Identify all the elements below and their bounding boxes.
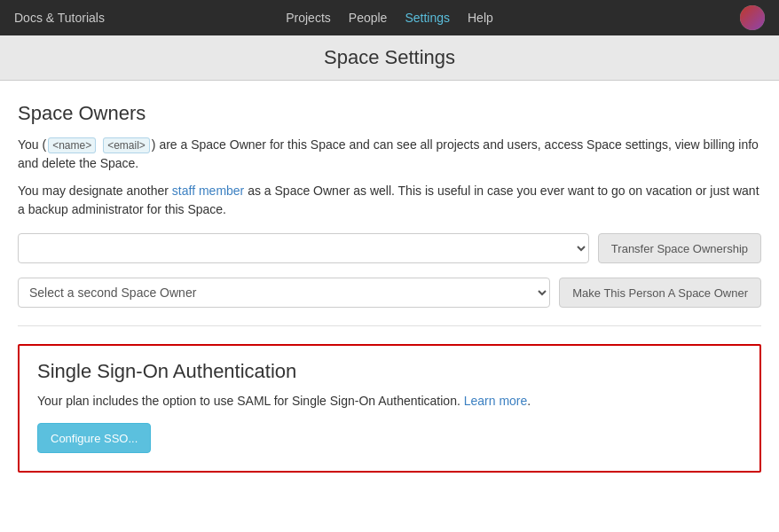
page-title: Space Settings [0, 46, 779, 69]
nav-brand: Docs & Tutorials [14, 11, 105, 25]
section-divider [18, 325, 761, 326]
second-owner-dropdown[interactable]: Select a second Space Owner [18, 278, 550, 308]
configure-sso-button[interactable]: Configure SSO... [37, 423, 151, 453]
transfer-ownership-dropdown[interactable] [18, 233, 589, 263]
learn-more-link[interactable]: Learn more [464, 394, 528, 408]
nav-link-people[interactable]: People [349, 11, 388, 25]
nav-link-settings[interactable]: Settings [405, 11, 450, 25]
make-space-owner-button[interactable]: Make This Person A Space Owner [559, 278, 761, 308]
nav-links: Projects People Settings Help [286, 11, 493, 25]
nav-link-projects[interactable]: Projects [286, 11, 331, 25]
page-title-bar: Space Settings [0, 35, 779, 81]
top-nav: Docs & Tutorials Projects People Setting… [0, 0, 779, 35]
sso-desc-suffix: . [527, 394, 531, 408]
name-placeholder: <name> [48, 137, 96, 153]
avatar-image [740, 5, 765, 30]
sso-title: Single Sign-On Authentication [37, 360, 742, 383]
desc-prefix: You may designate another [18, 184, 172, 198]
you-prefix: You ( [18, 137, 46, 152]
sso-section: Single Sign-On Authentication Your plan … [18, 344, 761, 473]
email-placeholder: <email> [103, 137, 150, 153]
space-owners-description-1: You (<name> <email>) are a Space Owner f… [18, 136, 761, 173]
staff-member-link[interactable]: staff member [172, 184, 244, 198]
nav-link-help[interactable]: Help [468, 11, 493, 25]
space-owners-title: Space Owners [18, 102, 761, 125]
sso-desc-prefix: Your plan includes the option to use SAM… [37, 394, 464, 408]
second-owner-row: Select a second Space Owner Make This Pe… [18, 278, 761, 308]
sso-description: Your plan includes the option to use SAM… [37, 392, 742, 411]
main-content: Space Owners You (<name> <email>) are a … [0, 81, 779, 532]
avatar[interactable] [740, 5, 765, 30]
space-owners-description-2: You may designate another staff member a… [18, 182, 761, 219]
transfer-ownership-row: Transfer Space Ownership [18, 233, 761, 263]
transfer-ownership-button[interactable]: Transfer Space Ownership [598, 233, 761, 263]
